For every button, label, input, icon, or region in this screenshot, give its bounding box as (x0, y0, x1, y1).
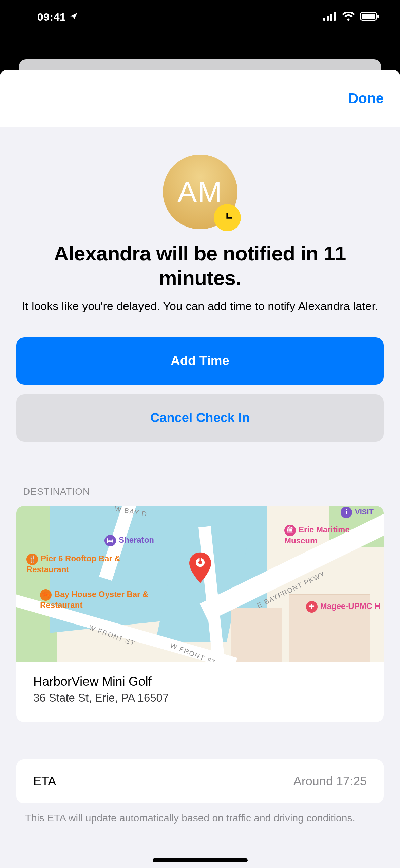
location-icon (69, 11, 78, 23)
destination-section-header: DESTINATION (16, 486, 384, 497)
wifi-icon (342, 12, 355, 22)
notification-subtitle: It looks like you're delayed. You can ad… (16, 299, 384, 314)
eta-label: ETA (33, 774, 56, 789)
divider (16, 459, 384, 459)
eta-card[interactable]: ETA Around 17:25 (16, 759, 384, 803)
info-icon: i (341, 507, 352, 518)
status-icons (323, 12, 380, 22)
map-poi-erie-maritime: 🏛Erie Maritime Museum (284, 525, 373, 545)
map-poi-bayhouse: 🦐Bay House Oyster Bar & Restaurant (40, 589, 155, 609)
eta-footer-note: This ETA will update automatically based… (16, 811, 384, 825)
avatar-container: AM (16, 155, 384, 229)
svg-rect-6 (377, 15, 379, 18)
restaurant-icon: 🦐 (40, 589, 52, 601)
status-bar: 09:41 (0, 0, 400, 34)
destination-card[interactable]: W BAY D W FRONT ST W FRONT ST E BAYFRONT… (16, 506, 384, 722)
museum-icon: 🏛 (284, 525, 296, 536)
battery-icon (360, 12, 380, 22)
sheet-header: Done (0, 70, 400, 127)
status-time-text: 09:41 (37, 11, 66, 23)
svg-rect-9 (199, 558, 201, 562)
cancel-checkin-button[interactable]: Cancel Check In (16, 394, 384, 442)
svg-rect-3 (334, 12, 336, 21)
restaurant-icon: 🍴 (26, 554, 38, 565)
map-poi-pier6: 🍴Pier 6 Rooftop Bar & Restaurant (26, 554, 128, 574)
svg-rect-1 (327, 16, 329, 21)
clock-badge-icon (214, 204, 241, 231)
svg-rect-5 (362, 14, 375, 19)
svg-rect-0 (323, 18, 325, 21)
add-time-button[interactable]: Add Time (16, 337, 384, 385)
notification-title: Alexandra will be notified in 11 minutes… (16, 241, 384, 290)
avatar-initials: AM (177, 175, 223, 209)
hospital-icon: ✚ (306, 601, 318, 613)
home-indicator[interactable] (153, 858, 248, 862)
eta-value: Around 17:25 (293, 774, 367, 789)
map-poi-sheraton: 🛏Sheraton (104, 535, 154, 546)
destination-address: 36 State St, Erie, PA 16507 (33, 691, 367, 704)
destination-map[interactable]: W BAY D W FRONT ST W FRONT ST E BAYFRONT… (16, 506, 384, 662)
status-time: 09:41 (37, 11, 78, 23)
hotel-icon: 🛏 (104, 535, 116, 546)
map-poi-visit: iVISIT (341, 507, 374, 518)
done-button[interactable]: Done (348, 90, 384, 107)
map-poi-magee: ✚Magee-UPMC H (306, 601, 380, 613)
destination-name: HarborView Mini Golf (33, 674, 367, 689)
modal-sheet: Done AM Alexandra will be notified in 11… (0, 70, 400, 868)
cellular-icon (323, 12, 337, 22)
map-pin-icon (188, 552, 212, 584)
svg-rect-2 (330, 14, 332, 21)
